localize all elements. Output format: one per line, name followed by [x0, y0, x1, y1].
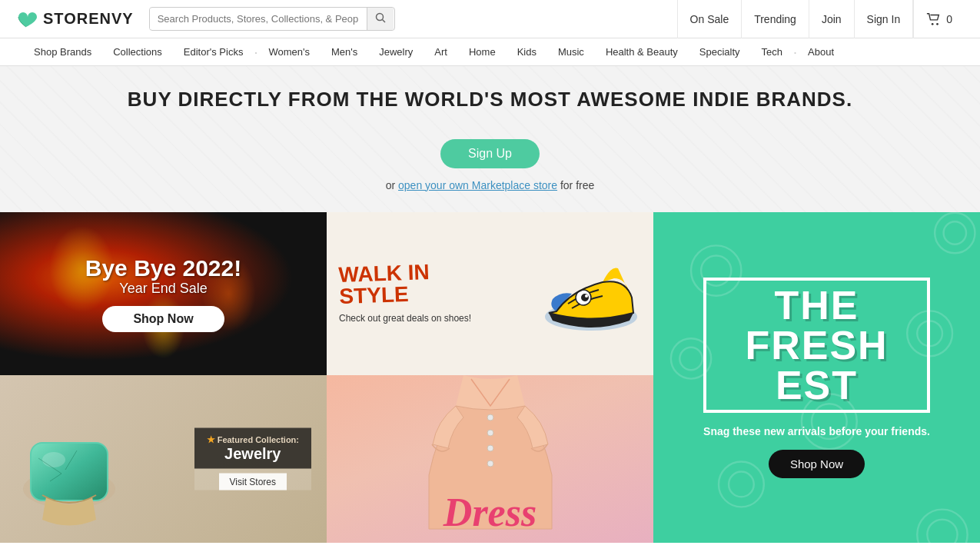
nav-collections[interactable]: Collections [102, 38, 173, 66]
jewelry-banner[interactable]: ★ Featured Collection: Jewelry Visit Sto… [0, 375, 327, 543]
nav-about[interactable]: About [797, 38, 845, 66]
shoe-illustration [541, 251, 641, 336]
star-icon: ★ [207, 434, 215, 445]
top-right-links: On Sale Trending Join Sign In [677, 0, 914, 38]
walk-in-style-content: WALK INSTYLE Check out great deals on sh… [327, 212, 653, 375]
svg-point-35 [487, 414, 493, 421]
join-link[interactable]: Join [809, 0, 855, 38]
jewelry-tag: ★ Featured Collection: [207, 434, 299, 445]
bye-bye-shop-now-button[interactable]: Shop Now [102, 306, 224, 332]
nav-home[interactable]: Home [458, 38, 507, 66]
search-bar [149, 7, 395, 31]
svg-point-2 [932, 23, 934, 25]
search-button[interactable] [367, 8, 394, 30]
search-icon [375, 12, 386, 23]
svg-point-0 [376, 14, 383, 21]
hero-section: BUY DIRECTLY FROM THE WORLD'S MOST AWESO… [0, 66, 980, 212]
jewelry-name: Jewelry [207, 445, 299, 463]
dress-text: Dress [327, 490, 653, 535]
nav-tech[interactable]: Tech [751, 38, 793, 66]
svg-point-37 [487, 445, 493, 451]
hero-free-text: for free [560, 179, 594, 191]
nav-art[interactable]: Art [424, 38, 458, 66]
sign-in-link[interactable]: Sign In [855, 0, 914, 38]
hero-content: BUY DIRECTLY FROM THE WORLD'S MOST AWESO… [128, 88, 852, 191]
freshest-shop-now-button[interactable]: Shop Now [769, 450, 865, 478]
banner-grid: Bye Bye 2022! Year End Sale Shop Now WAL… [0, 212, 980, 543]
svg-point-15 [944, 221, 966, 244]
svg-point-38 [487, 461, 493, 467]
svg-point-6 [581, 294, 589, 301]
nav-jewelry[interactable]: Jewelry [368, 38, 424, 66]
logo-text: STORENVY [43, 10, 134, 28]
marketplace-link[interactable]: open your own Marketplace store [398, 179, 557, 191]
dress-title: Dress [443, 490, 537, 534]
on-sale-link[interactable]: On Sale [677, 0, 742, 38]
svg-point-3 [936, 23, 938, 25]
freshest-title: THEFRESHEST [703, 278, 930, 413]
walk-in-style-title: WALK INSTYLE [338, 261, 430, 308]
jewelry-content: ★ Featured Collection: Jewelry Visit Sto… [194, 428, 311, 490]
ring-illustration [8, 412, 131, 535]
svg-point-7 [585, 294, 588, 298]
nav-music[interactable]: Music [547, 38, 595, 66]
nav-specialty[interactable]: Specialty [689, 38, 751, 66]
signup-button[interactable]: Sign Up [440, 139, 540, 168]
ring-container [8, 412, 131, 535]
nav-mens[interactable]: Men's [321, 38, 368, 66]
svg-rect-33 [31, 443, 108, 500]
svg-point-27 [927, 520, 957, 543]
nav-womens[interactable]: Women's [257, 38, 321, 66]
second-nav: Shop Brands Collections Editor's Picks ·… [0, 38, 980, 66]
walk-in-style-subtitle: Check out great deals on shoes! [339, 312, 533, 325]
bye-bye-subtitle: Year End Sale [85, 281, 241, 297]
jewelry-badge: ★ Featured Collection: Jewelry [194, 428, 311, 469]
jewelry-visit-stores[interactable]: Visit Stores [219, 474, 287, 490]
hero-sub: or open your own Marketplace store for f… [128, 179, 852, 191]
nav-editors-picks[interactable]: Editor's Picks [173, 38, 254, 66]
trending-link[interactable]: Trending [742, 0, 809, 38]
logo-link[interactable]: STORENVY [15, 8, 134, 30]
freshest-subtitle: Snag these new arrivals before your frie… [703, 425, 930, 437]
walk-in-style-text: WALK INSTYLE Check out great deals on sh… [339, 263, 533, 325]
nav-health-beauty[interactable]: Health & Beauty [595, 38, 689, 66]
cart-count: 0 [946, 13, 952, 25]
cart-icon [926, 12, 942, 26]
search-input[interactable] [150, 8, 367, 29]
bye-bye-title: Bye Bye 2022! [85, 255, 241, 281]
freshest-content: THEFRESHEST Snag these new arrivals befo… [703, 278, 930, 478]
hero-sub-text: or [386, 179, 395, 191]
freshest-banner[interactable]: THEFRESHEST Snag these new arrivals befo… [653, 212, 980, 543]
heart-icon [15, 8, 37, 30]
cart-area[interactable]: 0 [913, 0, 965, 38]
bye-bye-content: Bye Bye 2022! Year End Sale Shop Now [70, 240, 257, 347]
svg-point-36 [487, 430, 493, 436]
nav-shop-brands[interactable]: Shop Brands [23, 38, 102, 66]
nav-kids[interactable]: Kids [507, 38, 547, 66]
top-nav: STORENVY On Sale Trending Join Sign In 0 [0, 0, 980, 38]
bye-bye-banner[interactable]: Bye Bye 2022! Year End Sale Shop Now [0, 212, 327, 375]
svg-point-14 [935, 213, 975, 253]
svg-point-34 [42, 452, 65, 467]
svg-point-21 [679, 347, 702, 370]
svg-point-26 [917, 510, 967, 543]
hero-title: BUY DIRECTLY FROM THE WORLD'S MOST AWESO… [128, 88, 852, 111]
dress-banner[interactable]: Dress [327, 375, 653, 543]
walk-in-style-banner[interactable]: WALK INSTYLE Check out great deals on sh… [327, 212, 653, 375]
svg-line-1 [382, 20, 385, 23]
